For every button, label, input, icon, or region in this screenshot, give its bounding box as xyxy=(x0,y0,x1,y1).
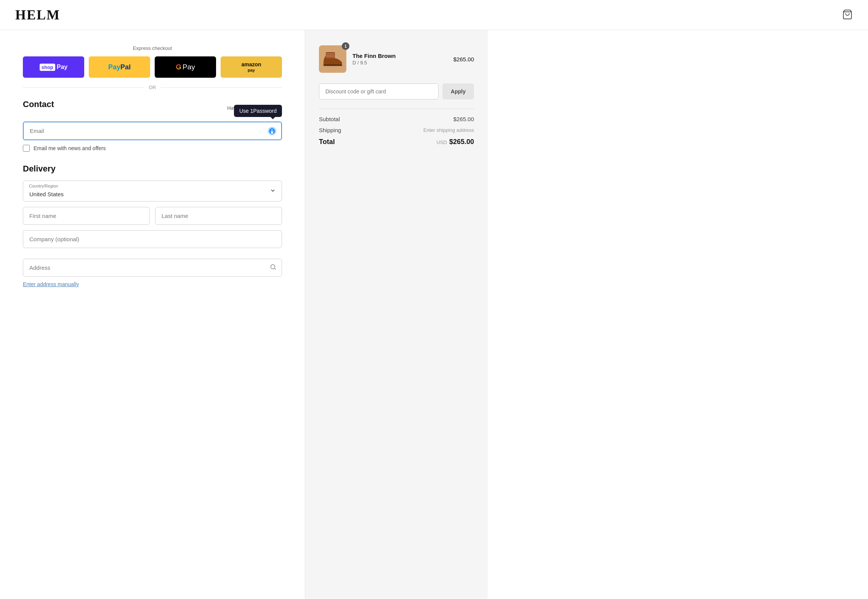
logo: HELM xyxy=(15,7,60,23)
paypal-button[interactable]: PayPal xyxy=(89,56,150,78)
country-select-wrapper: Country/Region United States xyxy=(23,181,282,202)
total-label: Total xyxy=(319,138,335,146)
address-input-wrapper xyxy=(23,259,282,277)
order-item: 1 The Finn Brown D / 9.5 $265.00 xyxy=(319,45,474,73)
quantity-badge: 1 xyxy=(342,42,349,50)
country-label: Country/Region xyxy=(29,184,58,188)
total-value: $265.00 xyxy=(449,138,474,146)
svg-rect-9 xyxy=(326,56,335,57)
shipping-label: Shipping xyxy=(319,127,341,133)
search-icon xyxy=(270,264,277,272)
total-row: Total USD $265.00 xyxy=(319,138,474,146)
product-image-wrapper: 1 xyxy=(319,45,346,73)
delivery-title: Delivery xyxy=(23,164,282,174)
product-info: The Finn Brown D / 9.5 xyxy=(352,53,447,66)
name-row xyxy=(23,207,282,225)
subtotal-label: Subtotal xyxy=(319,116,340,122)
page-header: HELM xyxy=(0,0,868,30)
right-panel: 1 The Finn Brown D / 9.5 $265.00 Apply S… xyxy=(305,30,488,599)
last-name-input[interactable] xyxy=(155,207,282,225)
address-input[interactable] xyxy=(23,259,282,277)
express-checkout-section: Express checkout shop Pay PayPal G xyxy=(23,45,282,90)
svg-rect-4 xyxy=(271,131,273,133)
shoppay-button[interactable]: shop Pay xyxy=(23,56,84,78)
svg-rect-8 xyxy=(326,55,335,56)
shipping-value: Enter shipping address xyxy=(423,127,474,133)
product-variant: D / 9.5 xyxy=(352,60,447,66)
product-image xyxy=(319,45,346,73)
svg-rect-7 xyxy=(326,53,335,54)
apply-button[interactable]: Apply xyxy=(442,83,474,99)
discount-row: Apply xyxy=(319,83,474,99)
gpay-button[interactable]: G Pay xyxy=(155,56,216,78)
delivery-section: Delivery Country/Region United States xyxy=(23,164,282,288)
email-input[interactable] xyxy=(23,122,282,140)
newsletter-checkbox-row: Email me with news and offers xyxy=(23,145,282,152)
cart-button[interactable] xyxy=(842,9,853,21)
password-manager-icon xyxy=(267,126,277,136)
newsletter-label[interactable]: Email me with news and offers xyxy=(34,145,106,151)
enter-address-manually-link[interactable]: Enter address manually xyxy=(23,281,79,287)
subtotal-value: $265.00 xyxy=(453,116,474,122)
product-price: $265.00 xyxy=(453,56,474,62)
total-amount: USD $265.00 xyxy=(436,138,474,146)
contact-title: Contact xyxy=(23,99,54,109)
or-divider: OR xyxy=(23,85,282,90)
boot-image xyxy=(320,50,345,68)
shipping-row: Shipping Enter shipping address xyxy=(319,127,474,133)
express-checkout-label: Express checkout xyxy=(23,45,282,51)
company-input[interactable] xyxy=(23,230,282,248)
svg-point-5 xyxy=(271,264,275,269)
page-body: Express checkout shop Pay PayPal G xyxy=(0,30,868,599)
product-name: The Finn Brown xyxy=(352,53,447,59)
discount-input[interactable] xyxy=(319,83,439,99)
shopping-bag-icon xyxy=(842,9,853,20)
amazonpay-button[interactable]: amazon pay xyxy=(221,56,282,78)
subtotal-row: Subtotal $265.00 xyxy=(319,116,474,122)
first-name-input[interactable] xyxy=(23,207,150,225)
tooltip-1password: Use 1Password xyxy=(234,105,282,117)
express-buttons: shop Pay PayPal G Pay xyxy=(23,56,282,78)
newsletter-checkbox[interactable] xyxy=(23,145,30,152)
country-select[interactable]: United States xyxy=(23,181,282,202)
email-field-wrapper: Use 1Password xyxy=(23,122,282,140)
left-panel: Express checkout shop Pay PayPal G xyxy=(0,30,305,599)
contact-section: Contact Have an account? Log in Use 1Pas… xyxy=(23,99,282,152)
email-input-wrapper xyxy=(23,122,282,140)
total-currency: USD xyxy=(436,139,447,145)
order-summary: Subtotal $265.00 Shipping Enter shipping… xyxy=(319,109,474,146)
